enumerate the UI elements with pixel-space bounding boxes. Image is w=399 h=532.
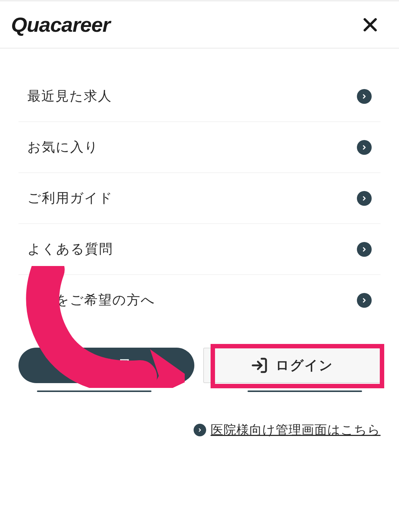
menu-item-faq[interactable]: よくある質問 bbox=[18, 224, 381, 275]
menu-item-label: ご利用ガイド bbox=[27, 189, 113, 207]
menu-item-label: 最近見た求人 bbox=[27, 87, 112, 105]
menu-list: 最近見た求人 お気に入り ご利用ガイド よくある質問 掲載をご希望の方へ bbox=[0, 49, 399, 325]
menu-item-recent-jobs[interactable]: 最近見た求人 bbox=[18, 71, 381, 122]
app-logo: Quacareer bbox=[11, 13, 110, 37]
register-button-label: 会員 bbox=[103, 357, 132, 375]
chevron-right-icon bbox=[194, 424, 206, 436]
chevron-right-icon bbox=[357, 242, 372, 257]
footer-link-row: 医院様向け管理画面はこちら bbox=[0, 392, 399, 439]
close-icon bbox=[362, 17, 378, 33]
chevron-right-icon bbox=[357, 140, 372, 155]
register-button[interactable]: 会員 bbox=[18, 348, 194, 383]
clinic-admin-link[interactable]: 医院様向け管理画面はこちら bbox=[211, 422, 381, 439]
header: Quacareer bbox=[0, 1, 399, 49]
chevron-right-icon bbox=[357, 293, 372, 308]
menu-item-label: 掲載をご希望の方へ bbox=[27, 291, 155, 309]
menu-item-label: よくある質問 bbox=[27, 240, 113, 258]
close-button[interactable] bbox=[360, 14, 381, 35]
login-button[interactable]: ログイン bbox=[203, 348, 381, 383]
menu-item-for-clinics[interactable]: 掲載をご希望の方へ bbox=[18, 275, 381, 325]
tooth-icon bbox=[81, 358, 96, 373]
menu-item-user-guide[interactable]: ご利用ガイド bbox=[18, 173, 381, 224]
menu-item-favorites[interactable]: お気に入り bbox=[18, 122, 381, 173]
chevron-right-icon bbox=[357, 89, 372, 104]
chevron-right-icon bbox=[357, 191, 372, 206]
login-icon bbox=[250, 357, 268, 374]
menu-item-label: お気に入り bbox=[27, 138, 99, 156]
login-underline bbox=[248, 391, 362, 392]
login-button-label: ログイン bbox=[276, 357, 333, 375]
register-underline bbox=[37, 391, 151, 392]
action-buttons-row: 会員 ログイン bbox=[0, 325, 399, 391]
